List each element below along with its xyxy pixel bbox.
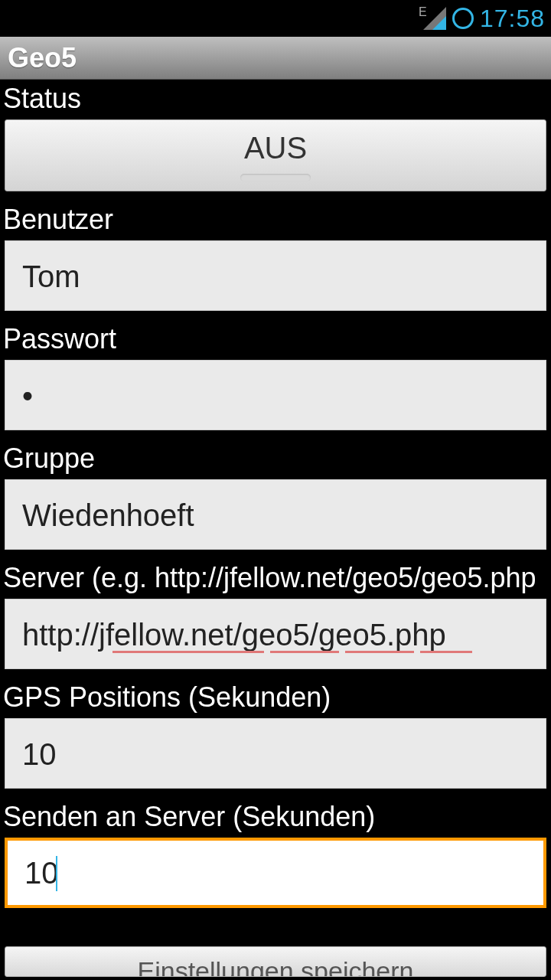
password-field[interactable]: •: [5, 360, 546, 430]
send-value-text: 10: [24, 856, 59, 890]
group-field[interactable]: Wiedenhoeft: [5, 479, 546, 550]
gps-interval-field[interactable]: 10: [5, 718, 546, 789]
status-label: Status: [2, 80, 549, 119]
toggle-indicator: [240, 174, 311, 181]
gps-label: GPS Positions (Sekunden): [2, 678, 549, 718]
send-interval-field[interactable]: 10: [5, 838, 546, 908]
send-label: Senden an Server (Sekunden): [2, 798, 549, 838]
user-field[interactable]: Tom: [5, 240, 546, 311]
server-label: Server (e.g. http://jfellow.net/geo5/geo…: [2, 559, 549, 599]
status-toggle[interactable]: AUS: [5, 119, 546, 191]
clock: 17:58: [480, 5, 545, 33]
status-toggle-text: AUS: [5, 131, 546, 165]
server-field[interactable]: http://jfellow.net/geo5/geo5.php: [5, 599, 546, 669]
signal-icon: E: [420, 7, 446, 30]
android-status-bar: E 17:58: [0, 0, 551, 37]
user-label: Benutzer: [2, 201, 549, 240]
sync-ring-icon: [452, 8, 474, 29]
server-value-text: http://jfellow.net/geo5/geo5.php: [22, 618, 446, 652]
settings-form: Status AUS Benutzer Tom Passwort • Grupp…: [0, 80, 551, 977]
password-label: Passwort: [2, 320, 549, 360]
text-cursor: [56, 856, 57, 891]
group-label: Gruppe: [2, 439, 549, 479]
save-settings-button[interactable]: Einstellungen speichern: [5, 946, 546, 977]
app-title-bar: Geo5: [0, 37, 551, 80]
app-title: Geo5: [8, 42, 77, 74]
